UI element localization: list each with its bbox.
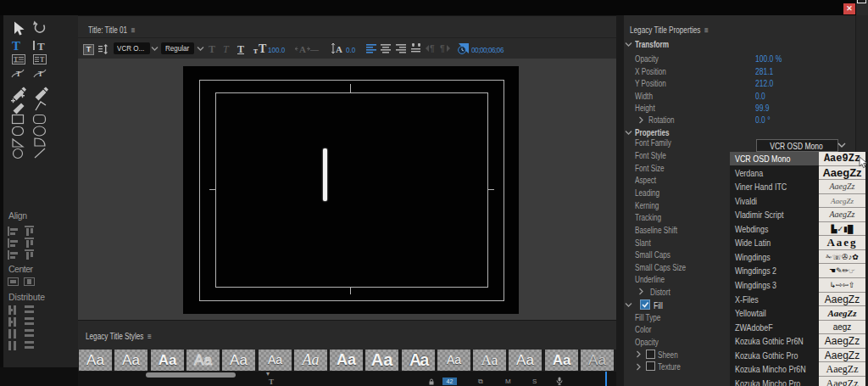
svg-text:A: A xyxy=(299,44,306,54)
svg-text:Center: Center xyxy=(8,264,34,274)
svg-text:T: T xyxy=(14,56,19,64)
svg-text:T: T xyxy=(37,40,45,53)
svg-text:Distribute: Distribute xyxy=(8,292,45,302)
svg-text:T: T xyxy=(38,70,43,78)
svg-text:T: T xyxy=(40,56,45,64)
svg-text:¶: ¶ xyxy=(440,44,445,53)
svg-text:T: T xyxy=(12,39,20,53)
svg-text:Align: Align xyxy=(8,210,27,221)
svg-text:¶: ¶ xyxy=(430,44,435,53)
svg-text:A: A xyxy=(336,44,342,54)
svg-text:T: T xyxy=(16,70,21,78)
